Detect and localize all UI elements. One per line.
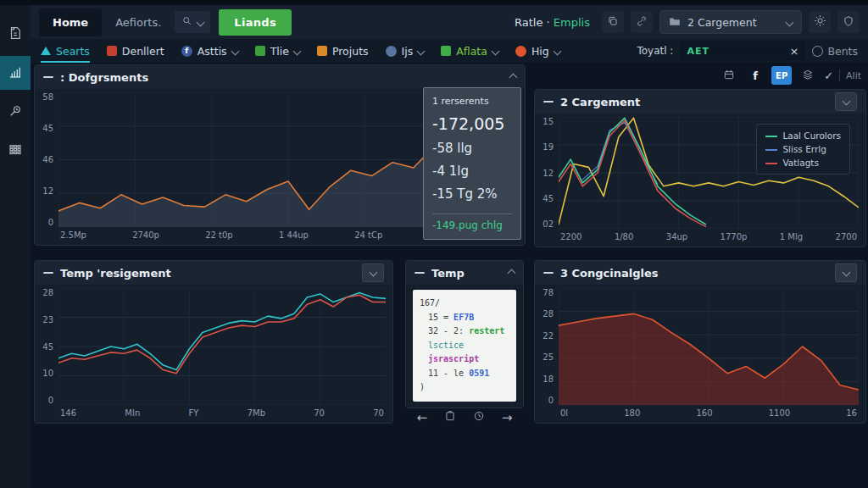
check-icon[interactable]: ✓ xyxy=(824,69,833,82)
panel-temp-code: Temp 167/ 15 = EF7B 32 - 2: restert lsct… xyxy=(405,260,524,408)
x-tick-label: 1100 xyxy=(769,408,790,418)
x-axis: 0l180160110016 xyxy=(535,405,865,423)
clear-icon[interactable]: × xyxy=(789,45,798,58)
calendar-icon xyxy=(723,69,735,83)
alit-label[interactable]: Alit xyxy=(846,70,861,81)
filter-input[interactable]: AET × xyxy=(680,42,805,60)
drag-handle-icon[interactable] xyxy=(415,272,425,274)
collapse-button[interactable] xyxy=(835,263,857,282)
chevron-down-icon xyxy=(842,97,850,105)
settings-button[interactable] xyxy=(809,11,831,33)
x-tick-label: 2.5Mp xyxy=(60,230,86,240)
arrow-left-icon[interactable]: ← xyxy=(416,410,427,425)
sidebar-item-apps[interactable] xyxy=(0,134,31,168)
chevron-down-icon xyxy=(197,18,205,26)
collapse-button[interactable] xyxy=(835,92,857,111)
code-line: 167/ xyxy=(420,297,509,311)
clipboard-icon[interactable] xyxy=(444,410,456,425)
panel-cargement: 2 Cargement 1519124502 Laal CurolorsSlis… xyxy=(534,89,866,247)
code-block[interactable]: 167/ 15 = EF7B 32 - 2: restert lsctice j… xyxy=(413,290,516,402)
layers-button[interactable] xyxy=(798,66,818,85)
tlie-icon xyxy=(255,46,265,56)
drag-handle-icon[interactable] xyxy=(543,101,554,103)
congcinalgles-chart[interactable] xyxy=(559,288,859,405)
ijs-icon xyxy=(386,46,397,57)
left-sidebar xyxy=(0,5,31,488)
x-tick-label: 1 Mlg xyxy=(780,232,803,241)
secondary-toolbar: Searts Denllert f Asttis Tlie Projuts Ij… xyxy=(31,39,868,63)
y-tick-label: 45 xyxy=(42,342,53,352)
link-button[interactable] xyxy=(631,11,653,33)
toolbar-item-label: Denllert xyxy=(122,45,164,58)
code-line: lsctice jsrascript xyxy=(420,339,509,367)
x-tick-label: MIn xyxy=(125,408,140,418)
x-tick-label: 70 xyxy=(373,408,384,418)
stats-footer: -149.pug chlg xyxy=(432,214,512,231)
y-tick-label: 28 xyxy=(42,288,53,297)
search-tool-icon xyxy=(8,103,23,121)
chevron-down-icon xyxy=(786,18,794,26)
y-axis: 1519124502 xyxy=(535,117,559,229)
aflata-icon xyxy=(441,46,451,56)
liands-button[interactable]: Liands xyxy=(219,9,292,36)
project-dropdown-value: 2 Cargement xyxy=(687,16,757,29)
facebook-icon: f xyxy=(181,46,192,57)
legend-swatch-icon xyxy=(765,136,777,137)
x-tick-label: 22 t0p xyxy=(205,230,233,240)
collapse-button[interactable] xyxy=(362,263,384,282)
stats-row: -15 Tg 2% xyxy=(432,186,512,202)
toolbar-item-tlie[interactable]: Tlie xyxy=(255,39,300,63)
toolbar-item-ijs[interactable]: Ijs xyxy=(386,39,425,63)
toolbar-item-asttis[interactable]: f Asttis xyxy=(181,39,238,63)
facebook-button[interactable]: f xyxy=(745,66,765,85)
arrow-right-icon[interactable]: → xyxy=(502,410,513,425)
toolbar-item-label: Hig xyxy=(531,45,549,58)
folder-icon xyxy=(669,16,681,29)
panel-title: 3 Congcinalgles xyxy=(560,267,659,280)
drag-handle-icon[interactable] xyxy=(43,76,53,78)
clock-icon[interactable] xyxy=(473,410,485,425)
toolbar-item-aflata[interactable]: Aflata xyxy=(441,39,498,63)
tab-home[interactable]: Home xyxy=(39,8,102,36)
x-tick-label: FY xyxy=(189,408,199,418)
x-tick-label: 2740p xyxy=(132,230,159,240)
chevron-down-icon xyxy=(417,47,426,55)
x-tick-label: 1770p xyxy=(721,232,748,241)
sidebar-item-tools[interactable] xyxy=(0,95,31,129)
toolbar-item-searts[interactable]: Searts xyxy=(41,39,90,63)
y-tick-label: 19 xyxy=(542,142,554,152)
y-tick-label: 02 xyxy=(542,219,554,229)
x-tick-label: 146 xyxy=(60,408,76,418)
panel-header: 2 Cargement xyxy=(535,90,865,114)
ep-button[interactable]: EP xyxy=(771,66,792,85)
legend-item: Laal Curolors xyxy=(765,130,841,141)
collapse-icon[interactable] xyxy=(509,73,518,81)
cargement-chart[interactable]: Laal CurolorsSliss ErrlgVatlagts xyxy=(559,117,859,229)
projuts-icon xyxy=(317,46,327,56)
shield-button[interactable] xyxy=(837,11,860,33)
x-tick-label: 1 44up xyxy=(279,230,309,240)
gear-icon xyxy=(814,14,826,30)
sidebar-item-files[interactable] xyxy=(0,17,31,51)
collapse-icon[interactable] xyxy=(508,269,516,277)
sidebar-item-dashboard[interactable] xyxy=(0,56,31,90)
x-tick-label: 0l xyxy=(560,408,568,418)
code-line: 32 - 2: restert xyxy=(420,324,509,339)
search-icon xyxy=(181,15,192,29)
calendar-button[interactable] xyxy=(719,66,739,85)
tab-actions[interactable]: Aefiorts. xyxy=(110,16,166,29)
temp-resigement-chart[interactable] xyxy=(58,288,386,405)
drag-handle-icon[interactable] xyxy=(43,272,53,274)
toolbar-item-projuts[interactable]: Projuts xyxy=(317,39,369,63)
header-search[interactable] xyxy=(175,11,210,33)
toolbar-item-hig[interactable]: Hig xyxy=(515,39,560,63)
bents-toggle[interactable]: Bents xyxy=(812,45,858,58)
drag-handle-icon[interactable] xyxy=(543,272,554,274)
code-line: ) xyxy=(420,380,509,395)
y-tick-label: 0 xyxy=(48,396,53,405)
breadcrumb-current[interactable]: Emplis xyxy=(554,16,590,29)
copy-button[interactable] xyxy=(602,11,624,33)
project-dropdown[interactable]: 2 Cargement xyxy=(659,10,802,34)
toolbar-item-denllert[interactable]: Denllert xyxy=(107,39,164,63)
stats-row: -4 1lg xyxy=(432,164,512,179)
